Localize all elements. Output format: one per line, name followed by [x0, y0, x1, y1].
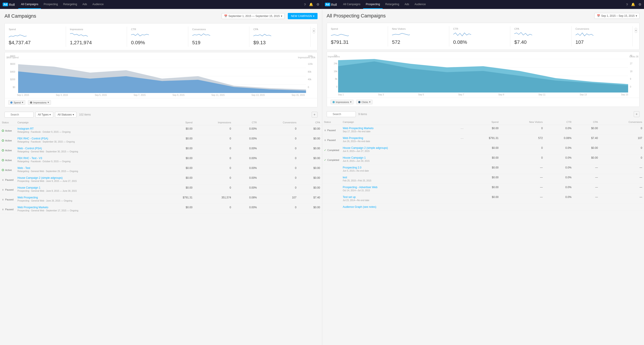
cell-value: 0 [600, 125, 644, 135]
nav-link-all-campaigns[interactable]: All Campaigns [340, 0, 363, 9]
add-metric-button-left[interactable]: + [313, 28, 315, 33]
cell-value: — [600, 184, 644, 194]
metrics-row-right: Spend $791.31 New Visitors 572 CTR 0.08% [327, 23, 640, 50]
campaign-name[interactable]: FBX RHC - Test - V3 [18, 157, 162, 160]
search-input-left[interactable] [4, 112, 34, 117]
cell-value: 0.00% [233, 135, 259, 145]
cell-value: 0 [194, 145, 233, 155]
cell-value: 351,574 [194, 194, 233, 204]
cell-value: $0.00 [164, 135, 194, 145]
campaign-name[interactable]: test [343, 176, 372, 179]
cell-value: 0 [258, 125, 298, 135]
row-actions-button[interactable]: ··· [460, 136, 464, 141]
cell-value: 0 [194, 135, 233, 145]
nav-link-all-campaigns[interactable]: All Campaigns [18, 0, 41, 9]
chart-y-axis-left-right: 32k24k16k8k0 [327, 54, 339, 88]
gear-icon[interactable]: ⚙ [316, 2, 319, 6]
campaign-name[interactable]: Web - Test [18, 166, 162, 170]
cell-value [573, 204, 600, 211]
campaign-name[interactable]: Web Prospecting Marketo [343, 127, 374, 130]
new-campaign-button[interactable]: NEW CAMPAIGN ▾ [288, 13, 317, 19]
table-row: ⏸PausedWeb ProspectingProspecting · Gene… [0, 194, 322, 204]
campaign-name[interactable]: Web Prospecting [18, 196, 162, 199]
filter-status-button[interactable]: All Statuses ▾ [55, 112, 76, 117]
nav-link-audience[interactable]: Audience [412, 0, 428, 9]
campaign-name[interactable]: House Campaign 1 [18, 186, 162, 189]
filter-type-button[interactable]: All Types ▾ [35, 112, 53, 117]
campaign-sub: Feb 25, 2015—Feb 25, 2015 [343, 179, 372, 182]
cell-value: $0.00 [164, 184, 194, 194]
nav-link-prospecting[interactable]: Prospecting [41, 0, 60, 9]
cell-value: 107 [258, 194, 298, 204]
legend-clicks-right[interactable]: Clicks ▾ [356, 100, 372, 104]
gear-icon[interactable]: ⚙ [638, 2, 641, 6]
cell-value [500, 204, 544, 211]
cell-value: 0 [258, 155, 298, 165]
campaigns-table-right: Status Campaign Spend New Visitors CTR C… [322, 119, 644, 211]
date-range-button-left[interactable]: 📅 September 1, 2015 — September 15, 2015… [222, 13, 285, 19]
cell-value: 0.0% [544, 164, 573, 174]
cell-value: 0 [194, 184, 233, 194]
campaign-name[interactable]: Web Prospecting Marketo [18, 206, 162, 209]
legend-impressions[interactable]: Impressions ▾ [28, 100, 51, 105]
cell-value: — [573, 174, 600, 184]
cell-value: 0 [600, 154, 644, 164]
campaign-name[interactable]: House Campaign 2 (simple adgroups) [18, 176, 162, 179]
date-range-button-right[interactable]: 📅 Sep 1, 2015 – Sep 15, 2015 ▾ [594, 13, 640, 19]
legend-spend[interactable]: Spend ▾ [8, 100, 25, 105]
spend-sparkline-right [331, 31, 349, 38]
cell-value: 0.0% [544, 194, 573, 204]
metric-spend-right: Spend $791.31 [327, 26, 388, 46]
nav-link-ads[interactable]: Ads [402, 0, 412, 9]
status-text: Active [5, 129, 12, 132]
col-campaign-left: Campaign [16, 120, 164, 125]
cpa-sparkline [253, 31, 271, 38]
cell-value: $0.00 [298, 184, 322, 194]
add-metric-button-right[interactable]: + [635, 28, 637, 33]
nav-link-retargeting[interactable]: Retargeting [382, 0, 402, 9]
nav-link-audience[interactable]: Audience [90, 0, 106, 9]
campaign-name[interactable]: House Campaign 1 [343, 156, 370, 159]
cell-value: 0 [194, 204, 233, 214]
col-spend-right: Spend [466, 119, 500, 125]
help-icon[interactable]: ? [626, 3, 628, 6]
bell-icon[interactable]: 🔔 [309, 2, 313, 6]
chevron-down-icon-left: ▾ [281, 14, 282, 18]
nav-link-prospecting[interactable]: Prospecting [363, 0, 382, 9]
chevron-down-icon-new: ▾ [313, 14, 314, 18]
metric-cpa: CPA $9.13 [249, 26, 310, 47]
pause-icon: ⏸ [2, 198, 4, 201]
chart-svg-right [338, 59, 628, 92]
pause-icon: ⏸ [2, 179, 4, 181]
row-actions-button[interactable]: ··· [460, 127, 464, 131]
cell-value [544, 204, 573, 211]
add-row-button-left[interactable]: + [312, 112, 318, 117]
campaign-name[interactable]: Web - Control (PSA) [18, 147, 162, 150]
campaign-name[interactable]: Prospecting 2.0 [343, 166, 369, 169]
campaign-name[interactable]: Web Prospecting [343, 136, 370, 140]
help-icon[interactable]: ? [304, 3, 306, 6]
page-title-right: All Prospecting Campaigns [327, 13, 386, 19]
table-row: Prospecting - Advertiser WebOct 14, 2014… [322, 184, 644, 194]
search-input-right[interactable] [327, 111, 356, 117]
campaign-name[interactable]: FBX RHC - Control (PSA) [18, 137, 162, 140]
nav-link-retargeting[interactable]: Retargeting [60, 0, 80, 9]
table-row: ActiveWeb - Control (PSA)Retargeting · G… [0, 145, 322, 155]
cell-value: 0 [500, 125, 544, 135]
campaign-name[interactable]: Instagram RT [18, 127, 162, 130]
chevron-down-icon-right: ▾ [636, 14, 637, 17]
table-row: ActiveFBX RHC - Test - V3Retargeting · F… [0, 155, 322, 165]
bell-icon[interactable]: 🔔 [631, 2, 635, 6]
add-row-button-right[interactable]: + [634, 111, 640, 117]
campaign-name[interactable]: House Campaign 2 (simple adgroups) [343, 146, 388, 149]
campaign-name[interactable]: Prospecting - Advertiser Web [343, 186, 378, 189]
cell-value: $0.00 [164, 204, 194, 214]
chart-x-axis-left: Sep 1, 2015Sep 3, 2015Sep 5, 2015Sep 7, … [5, 93, 317, 98]
nav-link-ads[interactable]: Ads [80, 0, 90, 9]
status-text: Paused [5, 179, 14, 181]
legend-impressions-right[interactable]: Impressions ▾ [330, 100, 354, 104]
campaign-name[interactable]: Test set up [343, 196, 370, 199]
col-conversions-left: Conversions [258, 120, 298, 125]
campaign-name[interactable]: Audience Graph (see notes) [343, 205, 376, 209]
campaign-sub: Oct 14, 2014—Jul 15, 2015 [343, 189, 378, 192]
